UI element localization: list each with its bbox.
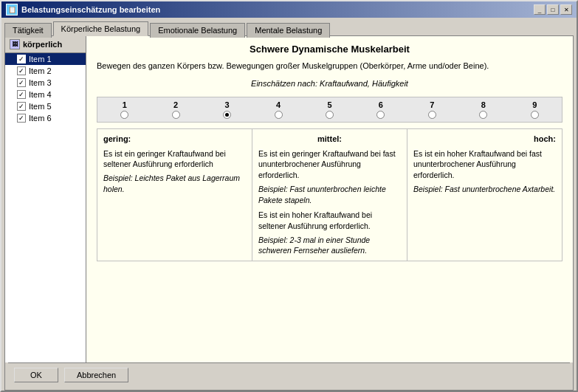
checkbox-item6[interactable]	[17, 114, 26, 123]
col-mittel-text2: Es ist ein hoher Kraftaufwand bei selten…	[258, 210, 401, 231]
radio-4[interactable]	[275, 111, 283, 119]
app-icon: 📋	[6, 4, 18, 16]
col-mittel-italic1: Beispiel: Fast ununterbrochen leichte Pa…	[258, 184, 401, 205]
col-mittel-header: mittel:	[258, 134, 401, 145]
rating-cell-4: 4	[253, 100, 304, 119]
checkbox-item2[interactable]	[17, 66, 26, 75]
checkbox-item3[interactable]	[17, 78, 26, 87]
main-content: 🖼 körperlich Item 1 Item 2 Item 3	[5, 36, 573, 362]
col-hoch: hoch: Es ist ein hoher Kraftaufwand bei …	[407, 129, 562, 261]
col-mittel-italic2: Beispiel: 2-3 mal in einer Stunde schwer…	[258, 235, 401, 256]
main-window: 📋 Belastungseinschätzung bearbeiten _ □ …	[0, 0, 578, 392]
main-panel: Schwere Dynamische Muskelarbeit Bewegen …	[86, 36, 573, 362]
tab-mental[interactable]: Mentale Belastung	[247, 23, 330, 38]
radio-9[interactable]	[531, 111, 539, 119]
col-gering-header: gering:	[103, 134, 246, 145]
rating-cell-9: 9	[509, 100, 560, 119]
sidebar: 🖼 körperlich Item 1 Item 2 Item 3	[5, 36, 86, 362]
sidebar-item-label-item5: Item 5	[29, 102, 52, 111]
rating-label-1: 1	[123, 100, 127, 109]
radio-6[interactable]	[376, 111, 385, 119]
checkbox-item4[interactable]	[17, 90, 26, 99]
col-mittel-text1: Es ist ein geringer Kraftaufwand bei fas…	[258, 148, 401, 181]
checkbox-item5[interactable]	[17, 102, 26, 111]
tabbar: Tätigkeit Körperliche Belastung Emotiona…	[1, 18, 577, 35]
sidebar-item-item1[interactable]: Item 1	[5, 53, 86, 65]
rating-label-7: 7	[430, 100, 434, 109]
radio-8[interactable]	[479, 111, 487, 119]
col-gering-italic1: Beispiel: Leichtes Paket aus Lagerraum h…	[103, 173, 246, 194]
rating-cell-7: 7	[407, 100, 458, 119]
ok-button[interactable]: OK	[14, 368, 58, 382]
sidebar-header-label: körperlich	[23, 40, 62, 49]
titlebar-left: 📋 Belastungseinschätzung bearbeiten	[6, 4, 160, 16]
col-hoch-header: hoch:	[413, 134, 556, 145]
col-hoch-italic1: Beispiel: Fast ununterbrochene Axtarbeit…	[413, 184, 556, 195]
radio-1[interactable]	[120, 111, 128, 119]
sidebar-item-label-item1: Item 1	[29, 55, 52, 63]
window-title: Belastungseinschätzung bearbeiten	[21, 5, 160, 14]
panel-description: Bewegen des ganzen Körpers bzw. Bewegung…	[97, 61, 562, 72]
sidebar-item-item3[interactable]: Item 3	[5, 77, 86, 89]
panel-title: Schwere Dynamische Muskelarbeit	[97, 44, 562, 55]
rating-cell-6: 6	[356, 100, 407, 119]
tab-koerperlich[interactable]: Körperliche Belastung	[53, 21, 149, 36]
rating-label-6: 6	[379, 100, 383, 109]
bottom-bar: OK Abbrechen	[8, 362, 570, 387]
columns-row: gering: Es ist ein geringer Kraftaufwand…	[97, 128, 562, 261]
tree-icon: 🖼	[10, 39, 20, 49]
rating-row: 1 2 3 4 5	[97, 97, 562, 123]
radio-3[interactable]	[223, 111, 231, 119]
minimize-button[interactable]: _	[534, 4, 546, 15]
content-area: 🖼 körperlich Item 1 Item 2 Item 3	[4, 35, 574, 391]
tab-taetigkeit[interactable]: Tätigkeit	[4, 23, 52, 38]
sidebar-item-label-item3: Item 3	[29, 78, 52, 87]
checkbox-item1[interactable]	[17, 55, 26, 63]
maximize-button[interactable]: □	[547, 4, 559, 15]
sidebar-item-label-item6: Item 6	[29, 114, 52, 123]
radio-7[interactable]	[428, 111, 436, 119]
radio-2[interactable]	[172, 111, 180, 119]
rating-label-2: 2	[173, 100, 178, 109]
sidebar-item-label-item2: Item 2	[29, 66, 52, 75]
col-hoch-text1: Es ist ein hoher Kraftaufwand bei fast u…	[413, 148, 556, 181]
rating-label-5: 5	[327, 100, 331, 109]
sidebar-item-item2[interactable]: Item 2	[5, 65, 86, 77]
sidebar-item-item6[interactable]: Item 6	[5, 112, 86, 124]
radio-5[interactable]	[326, 111, 334, 119]
sidebar-header: 🖼 körperlich	[5, 36, 86, 53]
rating-cell-5: 5	[304, 100, 355, 119]
rating-cell-1: 1	[99, 100, 150, 119]
col-gering: gering: Es ist ein geringer Kraftaufwand…	[97, 129, 252, 261]
cancel-button[interactable]: Abbrechen	[64, 368, 128, 382]
close-button[interactable]: ✕	[560, 4, 572, 15]
rating-label-9: 9	[532, 100, 537, 109]
sidebar-item-item4[interactable]: Item 4	[5, 89, 86, 100]
panel-instruction: Einschätzen nach: Kraftaufwand, Häufigke…	[97, 79, 562, 88]
col-gering-text1: Es ist ein geringer Kraftaufwand bei sel…	[103, 148, 246, 170]
titlebar: 📋 Belastungseinschätzung bearbeiten _ □ …	[1, 1, 577, 18]
rating-label-3: 3	[225, 100, 230, 109]
rating-label-8: 8	[481, 100, 486, 109]
rating-cell-8: 8	[458, 100, 509, 119]
sidebar-item-label-item4: Item 4	[29, 90, 52, 99]
rating-label-4: 4	[276, 100, 281, 109]
sidebar-item-item5[interactable]: Item 5	[5, 100, 86, 112]
rating-cell-2: 2	[151, 100, 202, 119]
titlebar-buttons: _ □ ✕	[534, 4, 572, 15]
tab-emotional[interactable]: Emotionale Belastung	[150, 23, 245, 38]
rating-cell-3: 3	[202, 100, 252, 119]
col-mittel: mittel: Es ist ein geringer Kraftaufwand…	[252, 129, 407, 261]
